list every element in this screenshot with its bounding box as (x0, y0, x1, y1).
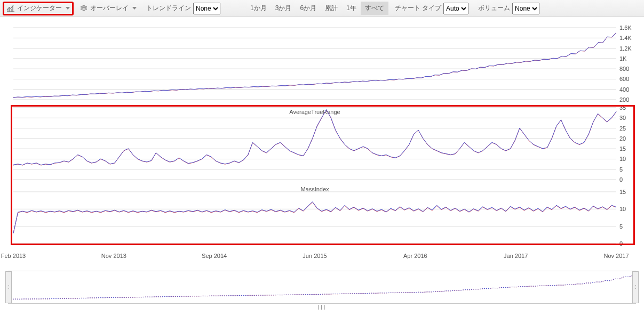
range-button-2[interactable]: 6か月 (296, 2, 321, 15)
trendline-label: トレンドライン (146, 4, 191, 13)
volume-group: ボリューム None (475, 2, 543, 15)
indicator-label: インジケーター (17, 4, 62, 13)
range-buttons: 1か月3か月6か月累計1年すべて (246, 2, 388, 15)
caret-down-icon (132, 7, 137, 10)
svg-text:5: 5 (619, 166, 623, 173)
charttype-group: チャート タイプ Auto (392, 2, 472, 15)
caret-down-icon (66, 7, 70, 10)
svg-text:AverageTrueRange: AverageTrueRange (289, 109, 340, 115)
svg-text:1.2K: 1.2K (619, 45, 632, 52)
svg-text:Nov 2017: Nov 2017 (603, 253, 629, 259)
svg-text:600: 600 (619, 76, 629, 82)
svg-text:MassIndex: MassIndex (300, 186, 329, 192)
svg-text:Jan 2017: Jan 2017 (504, 253, 528, 259)
charttype-select[interactable]: Auto (443, 3, 468, 14)
navigator[interactable]: ⋮ ⋮ (8, 271, 636, 304)
range-button-0[interactable]: 1か月 (246, 2, 271, 15)
charttype-label: チャート タイプ (395, 4, 441, 13)
navigator-handle-right[interactable]: ⋮ (632, 271, 639, 303)
svg-text:1.4K: 1.4K (619, 35, 632, 41)
svg-text:5: 5 (619, 223, 623, 230)
trendline-select[interactable]: None (193, 3, 220, 14)
range-button-1[interactable]: 3か月 (271, 2, 296, 15)
trendline-group: トレンドライン None (143, 2, 224, 15)
svg-text:10: 10 (619, 156, 626, 162)
volume-label: ボリューム (478, 4, 510, 13)
svg-text:25: 25 (619, 125, 626, 132)
indicator-icon (6, 4, 15, 13)
svg-text:0: 0 (619, 240, 623, 247)
svg-text:30: 30 (619, 115, 626, 121)
svg-text:Jun 2015: Jun 2015 (303, 253, 327, 259)
grip-icon: ⋮ (6, 285, 11, 290)
svg-marker-1 (81, 7, 87, 11)
resizer-handle[interactable]: III (0, 304, 644, 311)
range-button-4[interactable]: 1年 (342, 2, 361, 15)
indicator-menu[interactable]: インジケーター (3, 2, 73, 15)
svg-text:15: 15 (619, 189, 626, 195)
overlay-menu[interactable]: オーバーレイ (76, 2, 140, 15)
grip-icon: ⋮ (633, 285, 638, 290)
volume-select[interactable]: None (512, 3, 539, 14)
svg-text:1.6K: 1.6K (619, 25, 632, 31)
svg-text:800: 800 (619, 66, 629, 72)
svg-text:1K: 1K (619, 55, 627, 62)
svg-text:Nov 2013: Nov 2013 (101, 253, 126, 259)
range-button-5[interactable]: すべて (361, 2, 388, 15)
svg-text:400: 400 (619, 86, 629, 93)
svg-text:200: 200 (619, 96, 629, 103)
svg-text:35: 35 (619, 104, 626, 111)
svg-text:15: 15 (619, 145, 626, 152)
svg-text:Apr 2016: Apr 2016 (403, 253, 427, 259)
overlay-icon (79, 4, 88, 13)
svg-text:Feb 2013: Feb 2013 (1, 253, 26, 259)
svg-text:20: 20 (619, 135, 626, 142)
range-button-3[interactable]: 累計 (321, 2, 342, 15)
navigator-handle-left[interactable]: ⋮ (5, 271, 12, 303)
svg-text:0: 0 (619, 176, 623, 183)
overlay-label: オーバーレイ (90, 4, 129, 13)
svg-text:10: 10 (619, 206, 626, 212)
toolbar: インジケーター オーバーレイ トレンドライン None 1か月3か月6か月累計1… (0, 0, 644, 17)
chart-svg[interactable]: 2004006008001K1.2K1.4K1.6K05101520253035… (0, 17, 644, 265)
chart-area: 2004006008001K1.2K1.4K1.6K05101520253035… (0, 17, 644, 266)
svg-text:Sep 2014: Sep 2014 (202, 253, 227, 259)
navigator-svg (9, 271, 635, 303)
